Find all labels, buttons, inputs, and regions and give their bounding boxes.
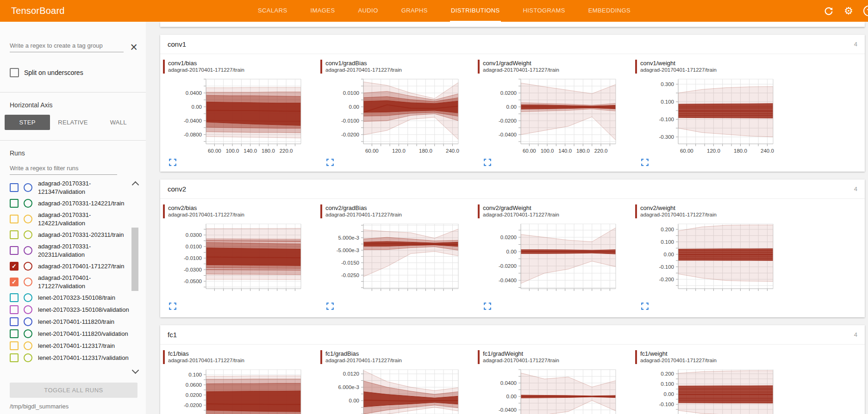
run-label: lenet-20170401-111820/validation [38, 330, 133, 338]
tab-graphs[interactable]: GRAPHS [400, 0, 429, 22]
run-color-circle[interactable] [24, 215, 32, 223]
section-header-conv2[interactable]: conv24 [160, 179, 865, 199]
run-item[interactable]: adagrad-20170331-124221/train [10, 199, 146, 208]
expand-fullscreen-icon[interactable] [484, 159, 491, 166]
run-item[interactable]: adagrad-20170331-124221/validation [10, 211, 146, 227]
chart-title-block: conv1/weightadagrad-20170401-171227/trai… [635, 60, 793, 74]
run-color-circle[interactable] [24, 317, 32, 326]
tab-histograms[interactable]: HISTOGRAMS [522, 0, 566, 22]
expand-fullscreen-icon[interactable] [484, 303, 491, 310]
run-item[interactable]: ✓adagrad-20170401-171227/train [10, 262, 146, 271]
tab-embeddings[interactable]: EMBEDDINGS [587, 0, 631, 22]
chart-title: fc1/gradWeight [483, 350, 635, 357]
run-color-circle[interactable] [24, 293, 32, 302]
help-icon[interactable]: ? [863, 6, 868, 16]
run-checkbox[interactable] [10, 246, 19, 255]
svg-text:140.0: 140.0 [558, 148, 572, 154]
run-label: lenet-20170323-150108/train [38, 294, 133, 302]
run-checkbox[interactable] [10, 329, 19, 338]
run-color-circle[interactable] [24, 199, 32, 208]
distribution-chart-plot[interactable]: 0.01000.00-0.0100-0.020060.00120.0180.02… [320, 76, 473, 156]
distribution-chart-plot[interactable]: 0.02000.00-0.0200-0.0400 [478, 221, 631, 294]
run-item[interactable]: ✓adagrad-20170401-171227/validation [10, 274, 146, 290]
distribution-chart-plot[interactable]: 0.3000.100-0.100-0.30060.00120.0180.0240… [635, 76, 788, 156]
distribution-chart-plot[interactable]: 5.000e-3-5.000e-3-0.0150-0.0250 [320, 221, 473, 294]
run-color-circle[interactable] [24, 278, 32, 286]
run-checkbox[interactable] [10, 293, 19, 302]
run-checkbox-checked[interactable]: ✓ [10, 262, 19, 271]
run-item[interactable]: lenet-20170401-111820/validation [10, 329, 146, 338]
svg-text:220.0: 220.0 [594, 148, 608, 154]
runs-filter-input[interactable] [10, 163, 117, 175]
close-icon[interactable]: × [130, 42, 137, 52]
run-checkbox-checked[interactable]: ✓ [10, 278, 19, 286]
run-checkbox[interactable] [10, 183, 19, 192]
split-on-underscores-row[interactable]: Split on underscores [10, 68, 146, 77]
chart-title: fc1/gradBias [325, 350, 478, 357]
svg-text:0.200: 0.200 [661, 227, 674, 232]
run-color-circle[interactable] [24, 353, 32, 362]
run-color-circle[interactable] [24, 246, 32, 255]
distribution-chart-plot[interactable]: 0.02000.00-0.0200-0.040060.00100.0140.01… [478, 76, 631, 156]
chart-title-block: fc1/biasadagrad-20170401-171227/train [163, 350, 320, 364]
run-color-circle[interactable] [24, 262, 32, 271]
tab-images[interactable]: IMAGES [310, 0, 336, 22]
run-checkbox[interactable] [10, 215, 19, 223]
section-card-fc1: fc14fc1/biasadagrad-20170401-171227/trai… [160, 325, 865, 414]
svg-text:0.100: 0.100 [188, 372, 202, 377]
axis-button-relative[interactable]: RELATIVE [50, 115, 95, 130]
svg-text:180.0: 180.0 [734, 148, 747, 154]
run-checkbox[interactable] [10, 199, 19, 208]
section-header-conv1[interactable]: conv14 [160, 35, 865, 54]
expand-fullscreen-icon[interactable] [169, 159, 176, 166]
svg-text:0.00: 0.00 [192, 104, 202, 110]
scrollbar-thumb[interactable] [131, 228, 138, 291]
run-color-circle[interactable] [24, 329, 32, 338]
expand-fullscreen-icon[interactable] [641, 159, 649, 166]
settings-gear-icon[interactable]: ⚙ [843, 6, 854, 16]
expand-fullscreen-icon[interactable] [326, 159, 334, 166]
expand-fullscreen-icon[interactable] [641, 303, 649, 310]
tab-distributions[interactable]: DISTRIBUTIONS [450, 0, 501, 22]
tab-audio[interactable]: AUDIO [357, 0, 379, 22]
run-item[interactable]: lenet-20170323-150108/train [10, 293, 146, 302]
run-checkbox[interactable] [10, 341, 19, 350]
run-checkbox[interactable] [10, 305, 19, 314]
distribution-chart-plot[interactable]: 0.01206.000e-30.00 [320, 367, 473, 414]
app-header: TensorBoard SCALARSIMAGESAUDIOGRAPHSDIST… [0, 0, 868, 22]
run-item[interactable]: adagrad-20170331-202311/train [10, 230, 146, 239]
tab-scalars[interactable]: SCALARS [257, 0, 288, 22]
distribution-chart-plot[interactable]: 0.2000.1000.00-0.100-0.200 [635, 221, 788, 294]
scroll-up-icon[interactable] [132, 181, 139, 189]
axis-button-wall[interactable]: WALL [96, 115, 141, 130]
run-color-circle[interactable] [24, 341, 32, 350]
run-checkbox[interactable] [10, 317, 19, 326]
expand-fullscreen-icon[interactable] [326, 303, 334, 310]
refresh-icon[interactable] [824, 6, 834, 16]
checkmark-icon: ✓ [12, 279, 17, 285]
run-item[interactable]: lenet-20170323-150108/validation [10, 305, 146, 314]
svg-text:120.0: 120.0 [392, 148, 406, 154]
axis-button-step[interactable]: STEP [5, 115, 50, 130]
tag-group-regex-input[interactable] [10, 40, 124, 52]
run-item[interactable]: adagrad-20170331-121347/validation [10, 179, 146, 196]
scroll-down-icon[interactable] [132, 367, 139, 374]
run-item[interactable]: lenet-20170401-111820/train [10, 317, 146, 326]
run-item[interactable]: lenet-20170401-112317/validation [10, 353, 146, 362]
expand-fullscreen-icon[interactable] [169, 303, 176, 310]
distribution-chart-plot[interactable]: 0.03000.0100-0.0100-0.0300-0.0500 [163, 221, 316, 294]
run-checkbox[interactable] [10, 353, 19, 362]
distribution-chart-plot[interactable]: 0.1000.06000.0200-0.0200 [163, 367, 316, 414]
distribution-chart-plot[interactable]: 0.04000.00-0.0400-0.080060.00100.0140.01… [163, 76, 316, 156]
run-color-circle[interactable] [24, 230, 32, 239]
toggle-all-runs-button[interactable]: TOGGLE ALL RUNS [10, 383, 137, 398]
run-color-circle[interactable] [24, 305, 32, 314]
run-item[interactable]: lenet-20170401-112317/train [10, 341, 146, 350]
distribution-chart-plot[interactable]: 0.04000.00-0.0400 [478, 367, 631, 414]
run-color-circle[interactable] [24, 183, 32, 192]
distribution-chart-plot[interactable]: 0.2000.1000.00-0.100 [635, 367, 788, 414]
split-checkbox[interactable] [10, 68, 19, 77]
section-header-fc1[interactable]: fc14 [160, 325, 865, 345]
run-checkbox[interactable] [10, 230, 19, 239]
run-item[interactable]: adagrad-20170331-202311/validation [10, 242, 146, 259]
